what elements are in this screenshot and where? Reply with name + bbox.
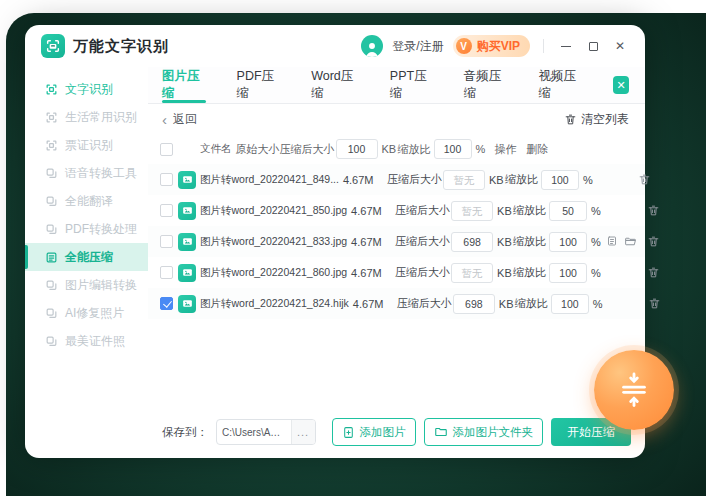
scale-label: 缩放比 [505, 172, 541, 187]
buy-vip-label: 购买VIP [477, 38, 520, 55]
tab-word-compress[interactable]: Word压缩 [311, 67, 360, 103]
compressed-size-input[interactable]: 暂无 [451, 263, 493, 283]
tab-close-button[interactable]: ✕ [613, 76, 629, 94]
compressed-size-input[interactable]: 暂无 [443, 170, 485, 190]
sidebar-item-daily-recognition[interactable]: 生活常用识别 [25, 103, 148, 131]
sidebar-item-label: 文字识别 [65, 81, 113, 98]
row-checkbox[interactable] [160, 297, 173, 310]
text-recognition-icon [45, 83, 58, 96]
file-size: 4.67M [343, 174, 387, 186]
sidebar-item-label: 全能翻译 [65, 193, 113, 210]
main-panel: 图片压缩 PDF压缩 Word压缩 PPT压缩 音频压缩 视频压缩 ✕ ‹ 返回… [148, 67, 645, 458]
compressed-label: 压缩后大小 [395, 265, 451, 280]
sidebar-item-ticket-recognition[interactable]: 票证识别 [25, 131, 148, 159]
close-button[interactable]: ✕ [611, 37, 629, 55]
tab-ppt-compress[interactable]: PPT压缩 [390, 67, 434, 103]
sidebar-item-text-recognition[interactable]: 文字识别 [25, 75, 148, 103]
op-detail-icon[interactable] [606, 235, 618, 247]
delete-row-button[interactable] [643, 297, 667, 310]
image-file-icon [178, 264, 196, 282]
add-image-folder-button[interactable]: 添加图片文件夹 [424, 418, 544, 446]
maximize-button[interactable] [584, 37, 602, 55]
tab-pdf-compress[interactable]: PDF压缩 [237, 67, 282, 103]
save-to-label: 保存到： [162, 425, 208, 440]
sidebar-item-label: 票证识别 [65, 137, 113, 154]
percent-unit: % [472, 143, 486, 155]
image-file-icon [178, 171, 196, 189]
sidebar-item-translate[interactable]: 全能翻译 [25, 187, 148, 215]
scale-input[interactable]: 100 [549, 263, 587, 283]
browse-path-button[interactable]: ... [291, 420, 315, 444]
scale-input[interactable]: 100 [549, 232, 587, 252]
sidebar-item-label: 全能压缩 [65, 249, 113, 266]
percent-unit: % [589, 298, 603, 310]
sidebar-item-ai-repair[interactable]: AI修复照片 [25, 299, 148, 327]
add-image-label: 添加图片 [360, 425, 406, 440]
add-folder-icon [434, 425, 448, 439]
ticket-recognition-icon [45, 139, 58, 152]
sidebar-item-label: 图片编辑转换 [65, 277, 137, 294]
fab-compress-button[interactable] [594, 350, 674, 430]
op-folder-icon[interactable] [624, 235, 637, 248]
file-size: 4.67M [351, 236, 395, 248]
action-bar: 保存到： C:\Users\Administrator\Desktop... .… [148, 414, 645, 458]
scale-input[interactable]: 50 [549, 201, 587, 221]
delete-icon [648, 297, 661, 310]
buy-vip-button[interactable]: V 购买VIP [453, 35, 530, 57]
file-name: 图片转word_20220421_824.hijk [200, 297, 353, 311]
col-compressed-size: 压缩后大小 [280, 142, 336, 157]
col-operations: 操作 [486, 142, 526, 157]
table-row: 图片转word_20220421_849... 4.67M 压缩后大小 暂无 K… [148, 164, 645, 195]
scale-label: 缩放比 [515, 296, 551, 311]
sidebar-item-label: 语音转换工具 [65, 165, 137, 182]
minimize-button[interactable] [557, 37, 575, 55]
tab-image-compress[interactable]: 图片压缩 [162, 67, 207, 103]
sidebar-item-pdf-convert[interactable]: PDF转换处理 [25, 215, 148, 243]
row-checkbox[interactable] [160, 204, 173, 217]
brand: 万能文字识别 [41, 34, 169, 58]
kb-unit: KB [493, 267, 513, 279]
delete-icon [647, 266, 660, 279]
sidebar-item-compress[interactable]: 全能压缩 [25, 243, 148, 271]
sidebar-item-image-edit[interactable]: 图片编辑转换 [25, 271, 148, 299]
login-register-link[interactable]: 登录/注册 [392, 38, 443, 55]
sidebar-item-label: PDF转换处理 [65, 221, 137, 238]
percent-unit: % [587, 236, 601, 248]
file-name: 图片转word_20220421_860.jpg [200, 266, 351, 280]
save-path-field[interactable]: C:\Users\Administrator\Desktop... ... [216, 419, 316, 445]
sidebar-item-label: 生活常用识别 [65, 109, 137, 126]
back-button[interactable]: ‹ 返回 [162, 111, 197, 128]
clear-list-button[interactable]: 清空列表 [564, 111, 629, 128]
delete-row-button[interactable] [641, 235, 665, 248]
add-image-button[interactable]: 添加图片 [332, 418, 416, 446]
compressed-label: 压缩后大小 [395, 203, 451, 218]
image-file-icon [178, 295, 196, 313]
minimize-icon [561, 46, 571, 47]
file-name: 图片转word_20220421_849... [200, 173, 343, 187]
delete-row-button[interactable] [633, 173, 657, 186]
scale-input[interactable]: 100 [541, 170, 579, 190]
select-all-checkbox[interactable] [160, 143, 173, 156]
add-image-icon [342, 426, 355, 439]
sidebar-item-voice-tools[interactable]: 语音转换工具 [25, 159, 148, 187]
save-path-value: C:\Users\Administrator\Desktop... [217, 427, 291, 438]
global-scale-input[interactable]: 100 [434, 139, 472, 159]
table-row: 图片转word_20220421_860.jpg 4.67M 压缩后大小 暂无 … [148, 257, 645, 288]
compressed-size-input[interactable]: 暂无 [451, 201, 493, 221]
global-compressed-input[interactable]: 100 [336, 139, 378, 159]
row-checkbox[interactable] [160, 266, 173, 279]
delete-row-button[interactable] [641, 266, 665, 279]
tab-video-compress[interactable]: 视频压缩 [538, 67, 583, 103]
delete-row-button[interactable] [641, 204, 665, 217]
compressed-size-input[interactable]: 698 [453, 294, 495, 314]
sidebar-item-id-photo[interactable]: 最美证件照 [25, 327, 148, 355]
row-checkbox[interactable] [160, 235, 173, 248]
col-delete: 删除 [526, 142, 550, 157]
row-checkbox[interactable] [160, 173, 173, 186]
user-avatar[interactable] [361, 35, 383, 57]
compressed-size-input[interactable]: 698 [451, 232, 493, 252]
tab-audio-compress[interactable]: 音频压缩 [464, 67, 509, 103]
compressed-label: 压缩后大小 [397, 296, 453, 311]
scale-input[interactable]: 100 [551, 294, 589, 314]
table-row: 图片转word_20220421_833.jpg 4.67M 压缩后大小 698… [148, 226, 645, 257]
